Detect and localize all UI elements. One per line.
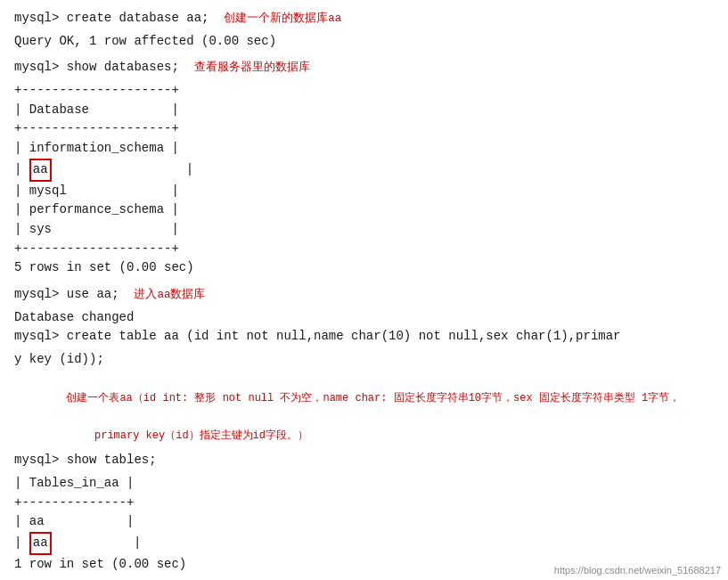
annotation-use-aa: 进入aa数据库 <box>134 287 205 304</box>
table-row-sys: | sys | <box>14 220 714 240</box>
prompt-2: mysql> <box>14 58 67 78</box>
spaces-aa-2: | <box>52 534 142 553</box>
pipe-1: | <box>14 160 29 180</box>
annotation-create-table-2: primary key（id）指定主键为id字段。） <box>94 428 308 445</box>
table-border-header: +--------------------+ <box>14 119 714 139</box>
code-show-tables: show tables; <box>67 451 157 470</box>
table-row-aa: | aa | <box>14 159 714 182</box>
header-text: | Database | <box>14 101 179 120</box>
result-text-3: Database changed <box>14 308 134 328</box>
prompt-4: mysql> <box>14 327 67 347</box>
border-text-3: +--------------------+ <box>14 240 179 259</box>
table2-border-header: | aa | <box>14 512 714 532</box>
border2-text-2: | aa | <box>14 512 134 532</box>
border2-text-3: 1 row in set (0.00 sec) <box>14 555 186 575</box>
prompt-3: mysql> <box>14 285 67 305</box>
watermark: https://blog.csdn.net/weixin_51688217 <box>554 565 721 576</box>
table2-row-aa: | aa | <box>14 532 714 555</box>
row-text-perf: | performance_schema | <box>14 200 179 220</box>
table-row-mysql: | mysql | <box>14 182 714 201</box>
highlighted-aa-2: aa <box>29 532 52 555</box>
table-border-bottom: +--------------------+ <box>14 240 714 259</box>
header2-text: +--------------+ <box>14 494 134 513</box>
row-text-info-schema: | information_schema | <box>14 139 179 159</box>
annotation-create-table-line2: primary key（id）指定主键为id字段。） <box>14 428 714 445</box>
row-text-sys: | sys | <box>14 220 179 240</box>
border-text-1: +--------------------+ <box>14 81 179 101</box>
code-create-table-cont: y key (id)); <box>14 350 104 370</box>
result-text-1: Query OK, 1 row affected (0.00 sec) <box>14 32 276 52</box>
highlighted-aa: aa <box>29 159 52 182</box>
row-text-mysql: | mysql | <box>14 182 179 201</box>
spacer-2 <box>14 278 714 285</box>
spaces-aa: | <box>52 160 194 180</box>
spacer-1 <box>14 51 714 58</box>
prompt-5: mysql> <box>14 451 67 470</box>
terminal: mysql> create database aa; 创建一个新的数据库aa Q… <box>14 9 714 574</box>
result-show-databases: 5 rows in set (0.00 sec) <box>14 258 714 278</box>
prompt-1: mysql> <box>14 9 67 29</box>
border2-text-1: | Tables_in_aa | <box>14 474 134 494</box>
table2-header-row: +--------------+ <box>14 494 714 513</box>
cmd-show-tables: mysql> show tables; <box>14 451 714 470</box>
code-show-databases: show databases; <box>67 58 179 78</box>
code-create-table-line1: create table aa (id int not null,name ch… <box>67 327 621 347</box>
cmd-create-database: mysql> create database aa; 创建一个新的数据库aa <box>14 9 714 29</box>
table-row-performance-schema: | performance_schema | <box>14 200 714 220</box>
pipe2-1: | <box>14 534 29 553</box>
table-border-top: +--------------------+ <box>14 81 714 101</box>
cmd-show-databases: mysql> show databases; 查看服务器里的数据库 <box>14 58 714 78</box>
spacer-3 <box>14 444 714 451</box>
annotation-show-databases: 查看服务器里的数据库 <box>194 60 310 77</box>
code-create-database: create database aa; <box>67 9 209 29</box>
result-create-database: Query OK, 1 row affected (0.00 sec) <box>14 32 714 52</box>
table-row-information-schema: | information_schema | <box>14 139 714 159</box>
table2-border-top: | Tables_in_aa | <box>14 474 714 494</box>
border-text-2: +--------------------+ <box>14 119 179 139</box>
cmd-create-table: mysql> create table aa (id int not null,… <box>14 327 714 347</box>
result-text-2: 5 rows in set (0.00 sec) <box>14 258 194 278</box>
result-use-aa: Database changed <box>14 308 714 328</box>
annotation-create-table: 创建一个表aa（id int: 整形 not null 不为空，name cha… <box>66 392 680 404</box>
annotation-create-database: 创建一个新的数据库aa <box>224 11 341 28</box>
table-header-row: | Database | <box>14 101 714 120</box>
code-use-aa: use aa; <box>67 285 119 305</box>
cmd-create-table-line2: y key (id)); 创建一个表aa（id int: 整形 not null… <box>14 350 714 428</box>
cmd-use-aa: mysql> use aa; 进入aa数据库 <box>14 285 714 305</box>
